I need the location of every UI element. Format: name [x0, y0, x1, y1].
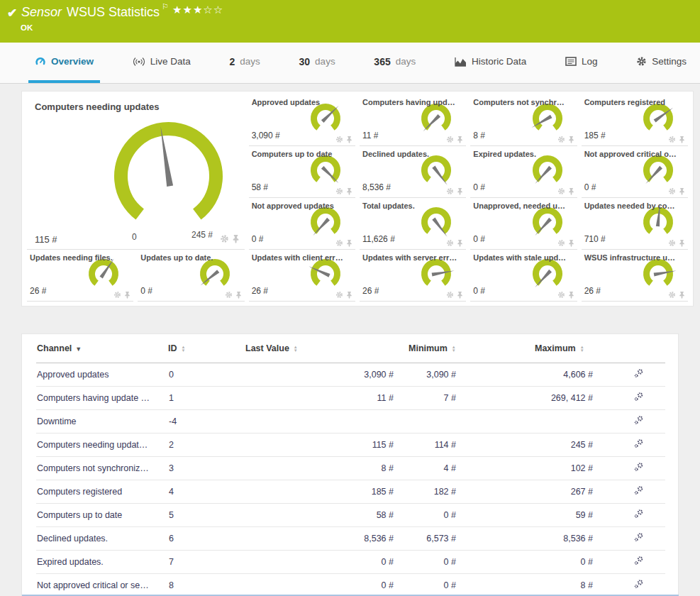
gauge-cell-not-approved-updates[interactable]: Not approved updates0 #: [249, 199, 355, 250]
gauge-settings-gear-icon[interactable]: [113, 291, 121, 299]
cell-channel[interactable]: Computers needing updat…: [36, 434, 167, 457]
gauge-cell-updates-with-client-err[interactable]: Updates with client err…26 #: [249, 250, 355, 302]
gauge-settings-gear-icon[interactable]: [225, 291, 233, 299]
tab-historic-data[interactable]: Historic Data: [448, 43, 533, 83]
pin-icon[interactable]: [345, 187, 353, 195]
gauge-value: 0 #: [473, 234, 485, 244]
gauge-cell-computers-not-synchr[interactable]: Computers not synchr…8 #: [470, 95, 577, 146]
tab-365-days[interactable]: 365 days: [367, 43, 422, 83]
edit-channel-icon[interactable]: [633, 368, 644, 379]
gauge-settings-gear-icon[interactable]: [335, 239, 343, 247]
column-header-channel[interactable]: Channel▼: [36, 334, 167, 363]
column-header-minimum[interactable]: Minimum▲▼: [398, 334, 460, 363]
pin-icon[interactable]: [567, 291, 575, 299]
pin-icon[interactable]: [345, 136, 353, 143]
gauge-cell-approved-updates[interactable]: Approved updates3,090 #: [249, 95, 355, 146]
gauge-cell-not-approved-critical-o[interactable]: Not approved critical o…0 #: [582, 147, 688, 198]
gauge-settings-gear-icon[interactable]: [557, 136, 565, 143]
gauge-cell-updates-needing-files[interactable]: Updates needing files.26 #: [27, 250, 133, 302]
gauge-settings-gear-icon[interactable]: [668, 291, 676, 299]
column-header-last-value[interactable]: Last Value▲▼: [235, 334, 398, 363]
edit-channel-icon[interactable]: [633, 579, 644, 590]
gauge-value: 0 #: [473, 182, 485, 192]
cell-last-value: 0 #: [235, 574, 398, 596]
flag-icon[interactable]: ⚐: [162, 2, 169, 11]
gauge-settings-gear-icon[interactable]: [668, 187, 676, 195]
cell-minimum: 4 #: [398, 457, 460, 480]
cell-channel[interactable]: Computers having update …: [36, 387, 167, 410]
edit-channel-icon[interactable]: [633, 509, 644, 519]
tab-30-days[interactable]: 30 days: [293, 43, 342, 83]
column-header-maximum[interactable]: Maximum▲▼: [460, 334, 597, 363]
pin-icon[interactable]: [235, 291, 243, 299]
tab-live-data[interactable]: Live Data: [126, 43, 197, 83]
gauge-settings-gear-icon[interactable]: [446, 187, 454, 195]
pin-icon[interactable]: [456, 187, 464, 195]
gauge-cell-computers-up-to-date[interactable]: Computers up to date58 #: [249, 147, 355, 198]
cell-channel[interactable]: Computers registered: [36, 480, 167, 504]
cell-channel[interactable]: Downtime: [36, 410, 167, 434]
pin-icon[interactable]: [123, 291, 131, 299]
gauge-settings-gear-icon[interactable]: [220, 234, 229, 243]
gauge-settings-gear-icon[interactable]: [446, 239, 454, 247]
cell-channel[interactable]: Computers not synchroniz…: [36, 457, 167, 480]
gauge-settings-gear-icon[interactable]: [335, 136, 343, 143]
gauge-cell-computers-registered[interactable]: Computers registered185 #: [582, 95, 688, 146]
cell-channel[interactable]: Not approved critical or se…: [36, 574, 167, 596]
gauge-cell-wsus-infrastructure-u[interactable]: WSUS infrastructure u…26 #: [582, 250, 688, 302]
pin-icon[interactable]: [678, 136, 686, 143]
gauge-cell-updates-up-to-date[interactable]: Updates up to date.0 #: [138, 250, 244, 302]
gauge-cell-updates-with-server-err[interactable]: Updates with server err…26 #: [360, 250, 466, 302]
tab-overview[interactable]: Overview: [28, 43, 100, 83]
cell-actions: [597, 410, 665, 434]
pin-icon[interactable]: [567, 136, 575, 143]
cell-channel[interactable]: Computers up to date: [36, 504, 167, 527]
cell-channel[interactable]: Expired updates.: [36, 551, 167, 574]
pin-icon[interactable]: [456, 239, 464, 247]
cell-channel[interactable]: Approved updates: [36, 363, 167, 387]
gauge-settings-gear-icon[interactable]: [557, 291, 565, 299]
gauge-cell-updates-needed-by-co[interactable]: Updates needed by co…710 #: [582, 199, 688, 250]
edit-channel-icon[interactable]: [633, 438, 644, 449]
gauge-cell-expired-updates[interactable]: Expired updates.0 #: [470, 147, 577, 198]
edit-channel-icon[interactable]: [633, 462, 644, 473]
gauge-settings-gear-icon[interactable]: [335, 291, 343, 299]
gauge-settings-gear-icon[interactable]: [668, 239, 676, 247]
gauge-settings-gear-icon[interactable]: [446, 291, 454, 299]
pin-icon[interactable]: [231, 234, 240, 243]
tab-log[interactable]: Log: [559, 43, 604, 83]
gauge-value: 185 #: [584, 131, 606, 140]
gauge-value: 58 #: [252, 182, 268, 192]
edit-channel-icon[interactable]: [633, 556, 644, 566]
priority-stars[interactable]: ★★★☆☆: [172, 4, 223, 16]
gauge-cell-declined-updates[interactable]: Declined updates.8,536 #: [360, 147, 466, 198]
cell-minimum: 6,573 #: [398, 527, 460, 551]
gauge-settings-gear-icon[interactable]: [335, 187, 343, 195]
edit-channel-icon[interactable]: [633, 485, 644, 496]
pin-icon[interactable]: [567, 239, 575, 247]
main-gauge-panel[interactable]: Computers needing updates 115 # 0 245 #: [27, 95, 245, 250]
edit-channel-icon[interactable]: [633, 415, 644, 426]
gauge-cell-updates-with-stale-upd[interactable]: Updates with stale upd…0 #: [470, 250, 577, 302]
pin-icon[interactable]: [345, 291, 353, 299]
gauge-settings-gear-icon[interactable]: [446, 136, 454, 143]
pin-icon[interactable]: [678, 239, 686, 247]
tab-2-days[interactable]: 2 days: [223, 43, 267, 83]
gauge-settings-gear-icon[interactable]: [557, 239, 565, 247]
pin-icon[interactable]: [456, 291, 464, 299]
gauge-settings-gear-icon[interactable]: [557, 187, 565, 195]
pin-icon[interactable]: [678, 291, 686, 299]
tab-settings[interactable]: Settings: [630, 43, 693, 83]
gauge-settings-gear-icon[interactable]: [668, 136, 676, 143]
pin-icon[interactable]: [456, 136, 464, 143]
edit-channel-icon[interactable]: [633, 392, 644, 402]
edit-channel-icon[interactable]: [633, 532, 644, 543]
pin-icon[interactable]: [345, 239, 353, 247]
cell-channel[interactable]: Declined updates.: [36, 527, 167, 551]
pin-icon[interactable]: [678, 187, 686, 195]
gauge-cell-unapproved-needed-u[interactable]: Unapproved, needed u…0 #: [470, 199, 577, 250]
gauge-cell-computers-having-upd[interactable]: Computers having upd…11 #: [360, 95, 466, 146]
column-header-id[interactable]: ID▲▼: [167, 334, 235, 363]
pin-icon[interactable]: [567, 187, 575, 195]
gauge-cell-total-updates[interactable]: Total updates.11,626 #: [360, 199, 466, 250]
